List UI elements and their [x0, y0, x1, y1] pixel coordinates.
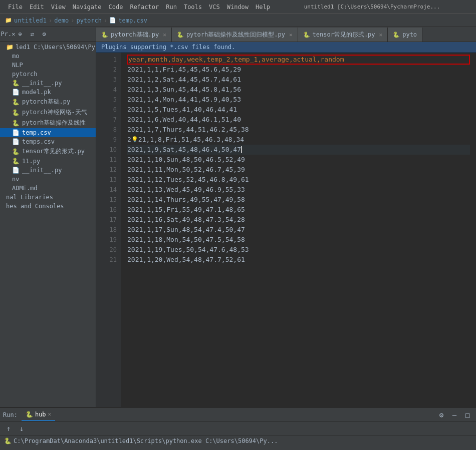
menu-item-run[interactable]: Run: [163, 3, 180, 12]
tab-icon-4: 🐍: [393, 32, 400, 38]
menu-item-refactor[interactable]: Refactor: [127, 3, 162, 12]
line-num-10: 10: [100, 145, 117, 155]
python-file-icon-2: 🐍: [12, 99, 20, 106]
csv-file-icon-2: 📄: [12, 138, 20, 145]
line-num-3: 3: [100, 75, 117, 85]
sidebar-item-neural[interactable]: 🐍 pytorch神经网络-天气: [0, 107, 96, 118]
sidebar-btn-add[interactable]: ⊕: [15, 29, 25, 39]
notification-text: Plugins supporting *.csv files found.: [101, 44, 235, 51]
sidebar: Pr.✕ ⊕ ⇄ ⚙ 📁 led1 C:\Users\50694\Pyc mo …: [0, 27, 96, 407]
python-file-icon-3: 🐍: [12, 109, 20, 116]
sidebar-item-tensor[interactable]: 🐍 tensor常见的形式.py: [0, 146, 96, 157]
code-editor[interactable]: 1 2 3 4 5 6 7 8 9 10 11 12 13 14 15 16 1…: [96, 53, 476, 407]
bottom-maximize-btn[interactable]: □: [462, 409, 473, 420]
sidebar-item-nv[interactable]: nv: [0, 175, 96, 184]
line-num-19: 19: [100, 235, 117, 245]
tab-pyto[interactable]: 🐍 pyto: [388, 28, 422, 42]
sidebar-item-init2[interactable]: 📄 __init__.py: [0, 166, 96, 175]
sidebar-item-model[interactable]: 📄 model.pk: [0, 88, 96, 97]
menu-item-window[interactable]: Window: [224, 3, 252, 12]
sidebar-item-scratches[interactable]: hes and Consoles: [0, 202, 96, 211]
line-num-4: 4: [100, 85, 117, 95]
scroll-down-btn[interactable]: ↓: [16, 423, 27, 434]
sidebar-item-pytorh[interactable]: 🐍 pytorh基础操作及线性: [0, 118, 96, 128]
menu-item-file[interactable]: File: [5, 3, 26, 12]
bottom-tabs: Run: 🐍 hub ✕ ⚙ — □: [0, 408, 476, 422]
sidebar-btn-sync[interactable]: ⇄: [27, 29, 37, 39]
sidebar-item-init[interactable]: 🐍 __init__.py: [0, 79, 96, 88]
bottom-tab-hub[interactable]: 🐍 hub ✕: [22, 409, 55, 421]
line-num-8: 8: [100, 125, 117, 135]
code-line-17: 2021,1,16,Sat,49,48,47.3,54,28: [127, 215, 470, 225]
bottom-tab-close-hub[interactable]: ✕: [48, 411, 52, 417]
project-icon: 📁: [5, 17, 12, 24]
bottom-minimize-btn[interactable]: —: [449, 409, 460, 420]
python-file-icon-4: 🐍: [12, 120, 20, 127]
line-num-16: 16: [100, 205, 117, 215]
sidebar-item-pytorch[interactable]: pytorch: [0, 70, 96, 79]
line-num-5: 5: [100, 95, 117, 105]
menu-item-navigate[interactable]: Navigate: [70, 3, 105, 12]
lightbulb-icon: 💡: [131, 135, 138, 145]
code-line-9: 2💡21,1,8,Fri,51,45,46.3,48,34: [127, 135, 470, 145]
code-line-14: 2021,1,13,Wed,45,49,46.9,55,33: [127, 185, 470, 195]
sidebar-item-pytorch-py[interactable]: 🐍 pytorch基础.py: [0, 97, 96, 107]
code-content[interactable]: year,month,day,week,temp_2,temp_1,averag…: [121, 53, 476, 407]
menu-item-view[interactable]: View: [48, 3, 69, 12]
pk-file-icon: 📄: [12, 89, 20, 96]
menu-item-edit[interactable]: Edit: [27, 3, 47, 12]
sidebar-item-11[interactable]: 🐍 11.py: [0, 157, 96, 166]
tab-icon-2: 🐍: [177, 32, 184, 38]
python-file-icon: 🐍: [12, 80, 20, 87]
sidebar-item-temps-csv[interactable]: 📄 temps.csv: [0, 137, 96, 146]
line-num-11: 11: [100, 155, 117, 165]
code-line-2: 2021,1,1,Fri,45,45,45.6,45,29: [127, 65, 470, 75]
bottom-settings-btn[interactable]: ⚙: [436, 409, 447, 420]
folder-icon: 📁: [6, 44, 14, 51]
code-line-10: 2021,1,9,Sat,45,48,46.4,50,47: [127, 145, 470, 155]
breadcrumb-item-1[interactable]: untitled1: [14, 17, 47, 24]
line-num-2: 2: [100, 65, 117, 75]
sidebar-item-temp-csv[interactable]: 📄 temp.csv: [0, 128, 96, 137]
csv-file-icon: 📄: [12, 129, 20, 136]
code-line-16: 2021,1,15,Fri,55,49,47.1,48,65: [127, 205, 470, 215]
line-num-15: 15: [100, 195, 117, 205]
code-line-6: 2021,1,5,Tues,41,40,46,44,41: [127, 105, 470, 115]
menu-item-tools[interactable]: Tools: [181, 3, 205, 12]
scroll-up-btn[interactable]: ↑: [3, 423, 14, 434]
line-num-6: 6: [100, 105, 117, 115]
breadcrumb-item-4[interactable]: temp.csv: [118, 17, 147, 24]
tab-close-2[interactable]: ✕: [289, 32, 293, 38]
menu-item-vcs[interactable]: VCS: [206, 3, 223, 12]
tab-pytorh[interactable]: 🐍 pytorh基础操作及线性回归模型.py ✕: [172, 28, 298, 42]
code-line-4: 2021,1,3,Sun,45,44,45.8,41,56: [127, 85, 470, 95]
sidebar-btn-settings[interactable]: ⚙: [39, 29, 49, 39]
tab-icon-1: 🐍: [101, 32, 108, 38]
code-line-15: 2021,1,14,Thurs,49,55,47,49,58: [127, 195, 470, 205]
sidebar-item-adme[interactable]: ADME.md: [0, 184, 96, 193]
menu-bar[interactable]: FileEditViewNavigateCodeRefactorRunTools…: [5, 3, 273, 12]
sidebar-item-root[interactable]: 📁 led1 C:\Users\50694\Pyc: [0, 43, 96, 52]
tab-tensor[interactable]: 🐍 tensor常见的形式.py ✕: [298, 28, 388, 42]
code-line-20: 2021,1,19,Tues,50,54,47.6,48,53: [127, 245, 470, 255]
breadcrumb-item-3[interactable]: pytorch: [76, 17, 102, 24]
tab-close-3[interactable]: ✕: [379, 32, 383, 38]
sidebar-item-libraries[interactable]: nal Libraries: [0, 193, 96, 202]
tab-close-1[interactable]: ✕: [163, 32, 166, 38]
main-layout: Pr.✕ ⊕ ⇄ ⚙ 📁 led1 C:\Users\50694\Pyc mo …: [0, 27, 476, 407]
menu-item-help[interactable]: Help: [253, 3, 273, 12]
tabs-bar: 🐍 pytorch基础.py ✕ 🐍 pytorh基础操作及线性回归模型.py …: [96, 27, 476, 42]
code-line-11: 2021,1,10,Sun,48,50,46.5,52,49: [127, 155, 470, 165]
sidebar-btn-project[interactable]: Pr.✕: [3, 29, 13, 39]
menu-item-code[interactable]: Code: [106, 3, 126, 12]
line-num-1: 1: [100, 55, 117, 65]
terminal-command: C:\ProgramDat\Anaconda3\untitled1\Script…: [14, 436, 278, 445]
tab-pytorch[interactable]: 🐍 pytorch基础.py ✕: [96, 28, 172, 42]
line-num-14: 14: [100, 185, 117, 195]
breadcrumb-item-2[interactable]: demo: [54, 17, 69, 24]
tab-icon-3: 🐍: [303, 32, 310, 38]
code-line-8: 2021,1,7,Thurs,44,51,46.2,45,38: [127, 125, 470, 135]
sidebar-item-nlp[interactable]: NLP: [0, 61, 96, 70]
file-icon: 📄: [109, 17, 116, 24]
sidebar-item-mo[interactable]: mo: [0, 52, 96, 61]
